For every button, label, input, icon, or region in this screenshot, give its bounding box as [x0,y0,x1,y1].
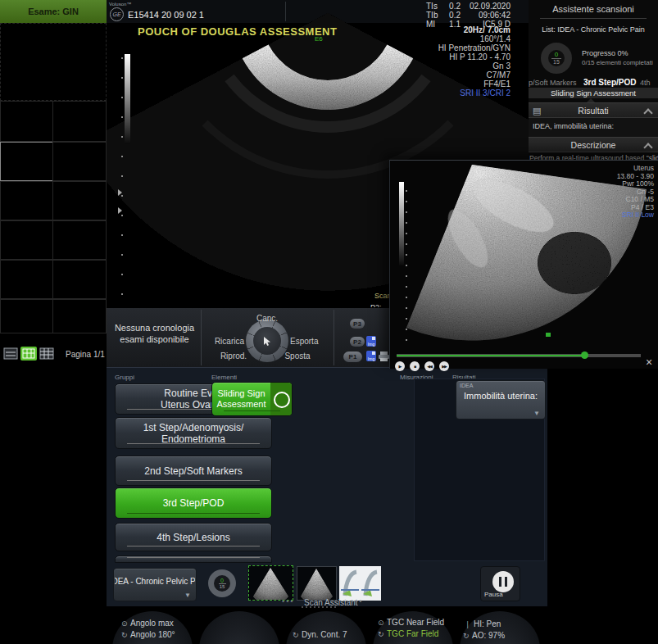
cine-progress-handle[interactable] [581,351,588,359]
cine-acquisition-params: Uterus 13.80 - 3.90 Pwr 100% Gn -5 C10 /… [617,165,654,220]
description-section-header[interactable]: Descrizione [529,137,658,152]
push-knob-icon: ⊙ [378,619,387,627]
collapse-chevron-icon[interactable] [643,143,652,152]
group-button-1st-step[interactable]: 1st Step/Adenomyosis/ Endometrioma [115,417,272,449]
progress-ring: 0 15 [541,43,572,74]
ultrasound-workstation-screen: Esame: GIN Pagina 1/1 [0,0,658,644]
header-divider [285,2,286,21]
group-button-4th-step[interactable]: 4th Step/Lesions [115,523,272,551]
cine-depth-ruler [406,190,407,350]
pause-button[interactable]: Pausa [480,566,520,601]
cine-thumbnail[interactable] [297,566,337,601]
sri-setting: SRI II 3/CRI 2 [393,88,511,98]
clipboard-preview-cell [0,23,107,101]
grayscale-bar [125,54,130,144]
p3-button[interactable]: P3 [350,319,365,329]
forward-button[interactable]: ▶▶ [439,361,449,371]
progress-numerator: 0 [555,52,558,58]
chevron-down-icon: ▼ [533,410,540,417]
page-dots-left[interactable]: ••• [282,597,294,605]
menu-item-reload[interactable]: Ricarica [206,337,244,346]
results-value: IDEA, immobilità uterina: [533,122,614,130]
cursor-icon [262,336,272,347]
menu-item-cancel[interactable]: Canc. [251,314,284,322]
save-image-icon[interactable]: Img [366,336,376,347]
close-icon[interactable]: × [646,356,652,369]
item-button-sliding-sign[interactable]: Sliding Sign Assessment [211,382,293,416]
page-indicator: Pagina 1/1 [66,350,105,359]
tab-3rd-step-pod[interactable]: 3rd Step/POD [583,78,636,87]
play-button[interactable]: ▶ [395,361,405,371]
exam-header: Esame: GIN [0,0,107,23]
wheel-denominator: 15 [220,584,225,590]
brand-label: Voluson™ [109,2,131,7]
clipboard-cell-selected[interactable] [0,142,53,181]
pause-label: Pausa [484,591,503,598]
menu-item-export[interactable]: Esporta [290,337,328,346]
knob-angle-push-label[interactable]: ⊙Angolo max [121,619,174,628]
grid-view-icon[interactable] [39,347,55,361]
rotate-knob-icon: ↻ [121,631,130,639]
p2-button[interactable]: P2 [350,337,365,347]
result-dropdown[interactable]: IDEA Immobilità uterina: ▼ [456,380,546,420]
cine-sri-setting: SRI II Low [617,211,654,220]
illustration-thumbnail[interactable] [339,566,381,601]
assistant-title: Assistente scansioni [529,3,658,15]
ge-logo: GE [110,7,124,21]
rewind-button[interactable]: ◀◀ [424,361,434,371]
probe-orientation-marker: E6 [315,35,323,43]
grid-view-icon-active[interactable] [20,347,36,360]
group-button-3rd-step-pod[interactable]: 3rd Step/POD [115,488,272,519]
strip-divider [334,310,334,365]
save-image-icon[interactable]: Img [366,351,376,361]
panel-edge-dots [302,606,338,608]
depth-ruler [121,57,123,303]
group-button-partial[interactable] [115,556,272,563]
list-dropdown[interactable]: IDEA - Chronic Pelvic Pa ▼ [113,568,197,601]
knob-dyn-contrast-label[interactable]: ↻Dyn. Cont. 7 [293,630,347,639]
printer-icon[interactable] [378,351,390,365]
cine-progress-fill [397,355,584,356]
list-dropdown-value: IDEA - Chronic Pelvic Pa [115,575,195,587]
clipboard-cell [0,101,53,142]
date: 02.09.2020 [453,2,511,11]
rotate-knob-icon: ↻ [463,632,472,640]
results-section-header[interactable]: ▤ Risultati [529,102,658,118]
progress-denominator: 15 [553,59,560,66]
result-dropdown-value: Immobilità uterina: [456,389,545,402]
record-zone[interactable] [270,383,292,415]
cine-progress-track[interactable] [397,354,641,357]
knob-ao-label[interactable]: ↻AO: 97% [463,631,505,640]
focus-marker[interactable] [118,189,122,196]
group-button-2nd-step[interactable]: 2nd Step/Soft Markers [115,456,272,486]
menu-item-play[interactable]: Riprod. [216,351,251,360]
exam-label: Esame: GIN [28,7,79,16]
tab-soft-markers[interactable]: p/Soft Markers [529,79,577,87]
cine-grayscale-bar [399,182,404,265]
knob-tgc-near-label[interactable]: ⊙TGC Near Field [378,618,444,627]
clipboard-grid [0,23,107,333]
chevron-down-icon: ▼ [184,592,191,599]
list-view-icon[interactable] [3,347,19,361]
knob-tgc-far-label[interactable]: ↻TGC Far Field [378,629,438,638]
trackball-center[interactable] [253,327,281,355]
strip-divider [201,310,202,365]
clipboard-cell [0,181,53,220]
subtab-sliding-sign[interactable]: Sliding Sign Assessment [529,88,658,98]
menu-item-move[interactable]: Sposta [280,351,315,360]
rotate-knob-icon: ↻ [293,631,302,639]
knob-angle-rotate-label[interactable]: ↻Angolo 180° [121,630,175,639]
cine-marker [546,333,551,337]
clipboard-cell [52,142,107,181]
collapse-chevron-icon[interactable] [643,108,652,117]
cine-thumbnail-selected[interactable] [248,565,293,601]
knob-hi-pen-label[interactable]: ❘HI: Pen [465,619,501,628]
clipboard-cell [52,299,107,333]
p1-button[interactable]: P1 [343,351,362,362]
progress-wheel: 0 15 [208,569,236,597]
focus-marker[interactable] [118,207,122,214]
results-body: IDEA, immobilità uterina: [529,118,658,137]
stop-button[interactable]: ■ [410,361,420,371]
record-circle-icon [274,392,290,408]
page-dots-right[interactable]: ••• [351,597,363,605]
